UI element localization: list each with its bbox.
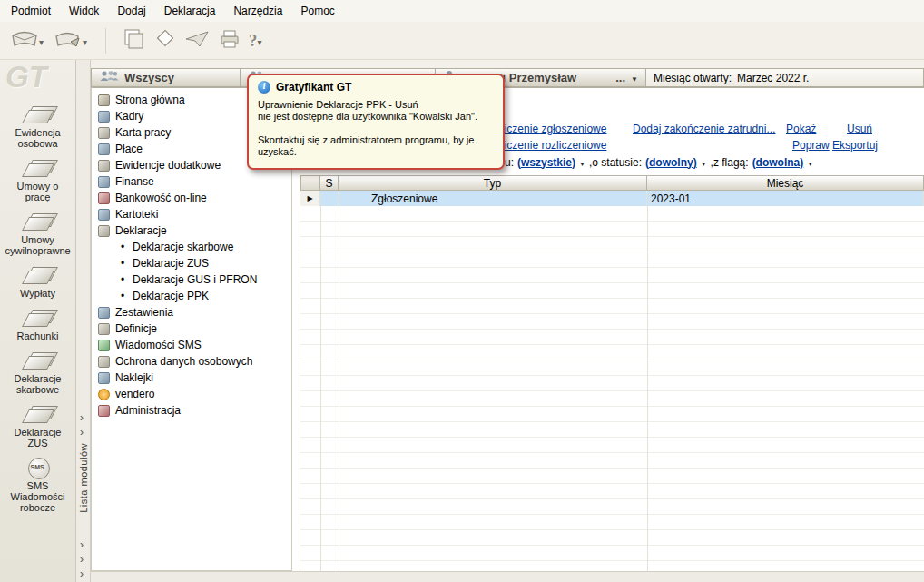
tree-item-definicje[interactable]: Definicje [92,321,291,337]
column-header-miesiac[interactable]: Miesiąc [647,175,924,191]
tree-item-label: Finanse [115,175,154,188]
payroll-icon [98,143,110,155]
employee-browse-button[interactable]: ... [615,71,625,84]
tree-item-label: Kartoteki [115,208,158,221]
tree-item-label: Deklaracje skarbowe [133,241,233,253]
tag-button[interactable] [150,25,181,56]
shield-icon [98,356,110,368]
chevron-right-icon[interactable] [80,423,84,439]
tree-item-naklejki[interactable]: Naklejki [92,370,291,386]
module-umowy-icon [20,157,56,179]
reports-icon [98,307,110,319]
tree-item-deklaracje-skarbowe[interactable]: Deklaracje skarbowe [92,239,291,255]
bullet-icon [117,290,128,302]
dropdown-caret-icon[interactable] [579,156,585,169]
mail-icon [10,28,39,54]
toolbar-separator [105,28,106,54]
mail-send-button[interactable] [51,25,94,56]
labels-icon [98,372,110,384]
documents-button[interactable] [117,25,150,56]
tree-item-vendero[interactable]: vendero [92,386,291,402]
chevron-down-icon[interactable] [39,33,48,49]
tree-item-label: Administracja [115,404,181,417]
filter-type-dropdown[interactable]: (wszystkie) [517,156,575,169]
mail-button[interactable] [7,25,51,56]
open-month-value: Marzec 2022 r. [737,72,809,84]
sms-icon [98,340,110,351]
tree-item-deklaracje-zus[interactable]: Deklaracje ZUS [92,255,291,271]
menu-dodaj[interactable]: Dodaj [108,1,154,21]
popup-message-line3: Skontaktuj się z administratorem program… [258,134,494,158]
tree-item-administracja[interactable]: Administracja [92,402,291,419]
toolbar: ? [0,22,924,60]
mail-send-icon [54,28,83,54]
cardfile-icon [98,209,110,221]
module-label: Wypłaty [20,288,55,299]
show-link[interactable]: Pokaż [786,123,816,135]
module-rachunki-icon [20,307,56,329]
declarations-icon [98,225,110,237]
permission-warning-popup: Gratyfikant GT Uprawnienie Deklaracje PP… [247,74,505,170]
delete-link[interactable]: Usuń [847,123,872,135]
group-all-label: Wszyscy [124,71,174,84]
edit-link[interactable]: Popraw [792,139,830,152]
tree-item-deklaracje[interactable]: Deklaracje [92,222,291,239]
tree-item-label: Deklaracje ZUS [133,257,209,270]
tree-item-label: Deklaracje PPK [133,290,209,302]
menu-deklaracja[interactable]: Deklaracja [155,1,225,21]
module-umowy-o-prace[interactable]: Umowy o pracę [0,157,75,202]
send-button[interactable] [181,25,213,56]
dropdown-caret-icon[interactable] [701,156,707,169]
tree-item-ochrona-danych[interactable]: Ochrona danych osobowych [92,353,291,370]
chevron-down-icon[interactable] [258,33,267,49]
banking-icon [98,192,110,204]
table-row[interactable]: Zgłoszeniowe 2023-01 [300,191,924,206]
tree-item-zestawienia[interactable]: Zestawienia [92,304,291,321]
chevron-right-icon[interactable] [80,565,84,581]
chevron-down-icon[interactable] [83,33,92,49]
dropdown-caret-icon[interactable] [807,156,813,169]
tree-item-label: Bankowość on-line [115,192,207,204]
printer-button[interactable] [213,25,246,56]
send-icon [183,28,211,54]
help-button[interactable]: ? [246,25,270,56]
menu-pomoc[interactable]: Pomoc [291,1,343,21]
add-termination-link[interactable]: Dodaj zakończenie zatrudni... [633,123,775,135]
tree-item-finanse[interactable]: Finanse [92,173,291,190]
module-deklaracje-skarbowe[interactable]: Deklaracje skarbowe [0,350,75,395]
module-ewidencja-osobowa[interactable]: Ewidencja osobowa [0,104,75,149]
module-umowy-cywilnoprawne[interactable]: Umowy cywilnoprawne [0,211,75,256]
module-deklaracje-zus[interactable]: Deklaracje ZUS [0,403,75,449]
tree-item-label: Deklaracje [115,224,167,237]
module-rachunki[interactable]: Rachunki [0,307,75,341]
tree-item-label: Deklaracje GUS i PFRON [133,273,257,286]
tree-item-deklaracje-gus-pfron[interactable]: Deklaracje GUS i PFRON [92,271,291,288]
dropdown-caret-icon[interactable] [631,71,638,84]
tree-item-bankowosc-online[interactable]: Bankowość on-line [92,190,291,206]
bullet-icon [117,241,128,253]
module-wyplaty[interactable]: Wypłaty [0,264,75,299]
tree-item-kartoteki[interactable]: Kartoteki [92,206,291,222]
tree-item-label: Kadry [115,110,143,123]
menu-narzedzia[interactable]: Narzędzia [224,1,291,21]
export-link[interactable]: Eksportuj [832,139,878,152]
filter-status-dropdown[interactable]: (dowolny) [645,156,697,169]
group-selector-all[interactable]: Wszyscy [91,68,241,87]
column-header-typ[interactable]: Typ [339,175,647,191]
tree-item-wiadomosci-sms[interactable]: Wiadomości SMS [92,337,291,353]
menu-podmiot[interactable]: Podmiot [2,1,60,21]
popup-message-line1: Uprawnienie Deklaracje PPK - Usuń [258,99,494,111]
module-list: Ewidencja osobowa Umowy o pracę Umowy cy… [0,104,75,521]
tree-item-label: Karta pracy [115,126,171,139]
home-icon [98,94,110,106]
bottom-strip [91,571,924,582]
info-icon [258,81,270,94]
filter-flag-dropdown[interactable]: (dowolna) [752,156,804,169]
bullet-icon [117,273,128,286]
cell-miesiac: 2023-01 [647,191,924,206]
menu-widok[interactable]: Widok [60,1,108,21]
tree-item-deklaracje-ppk[interactable]: Deklaracje PPK [92,288,291,304]
column-header-s[interactable]: S [320,175,339,191]
module-sms-wiadomosci[interactable]: SMS Wiadomości robocze [0,457,75,513]
popup-header: Gratyfikant GT [258,81,494,94]
